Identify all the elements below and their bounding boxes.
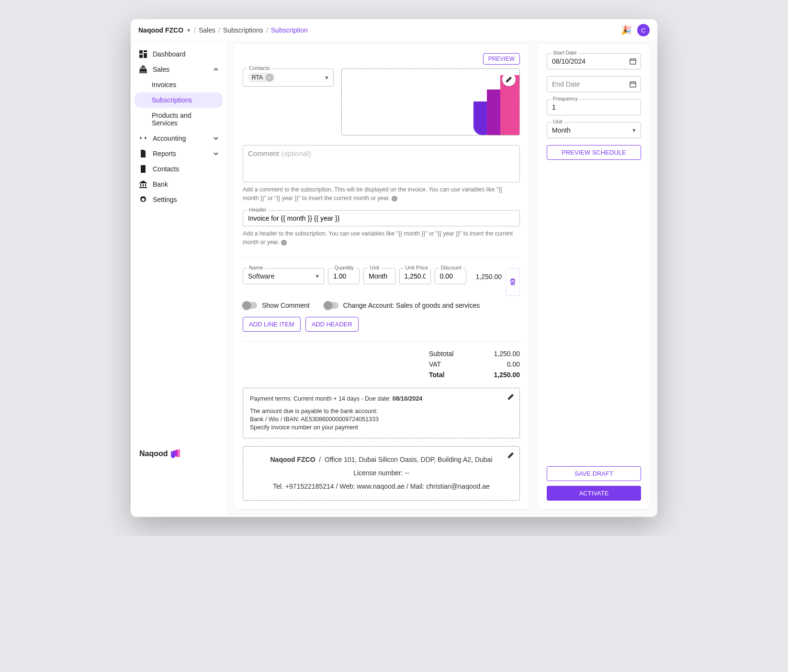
comment-help: Add a comment to the subscription. This … bbox=[243, 185, 520, 202]
sidebar-item-label: Settings bbox=[153, 196, 177, 203]
add-header-button[interactable]: Add Header bbox=[305, 317, 359, 332]
toggle-switch[interactable] bbox=[324, 302, 338, 309]
breadcrumb-item-sales[interactable]: Sales bbox=[199, 26, 215, 34]
toggle-switch[interactable] bbox=[243, 302, 257, 309]
sidebar-item-reports[interactable]: Reports bbox=[131, 146, 226, 161]
change-account-toggle[interactable]: Change Account: Sales of goods and servi… bbox=[324, 302, 480, 309]
line-name-select[interactable]: Name Software ▼ bbox=[243, 268, 324, 284]
sidebar-item-label: Bank bbox=[153, 180, 168, 188]
sidebar-item-label: Sales bbox=[153, 66, 169, 73]
pencil-icon[interactable] bbox=[502, 73, 516, 86]
sidebar-item-contacts[interactable]: Contacts bbox=[131, 161, 226, 177]
sidebar-item-label: Contacts bbox=[153, 165, 179, 173]
sidebar-item-accounting[interactable]: Accounting bbox=[131, 131, 226, 146]
brand-text: Naqood bbox=[139, 449, 168, 458]
svg-rect-5 bbox=[630, 82, 636, 87]
remove-chip-icon[interactable]: ✕ bbox=[266, 74, 273, 81]
sidebar-item-label: Invoices bbox=[152, 81, 176, 89]
svg-rect-4 bbox=[630, 59, 636, 64]
contacts-label: Contacts bbox=[247, 65, 271, 71]
pencil-icon[interactable] bbox=[507, 451, 515, 459]
svg-rect-0 bbox=[139, 50, 143, 54]
sidebar-item-products[interactable]: Products and Services bbox=[131, 108, 226, 131]
calendar-icon[interactable] bbox=[629, 57, 637, 65]
avatar[interactable]: C bbox=[637, 24, 650, 36]
totals: Subtotal1,250.00 VAT0.00 Total1,250.00 bbox=[243, 341, 520, 380]
sidebar-item-dashboard[interactable]: Dashboard bbox=[131, 46, 226, 62]
document-icon bbox=[138, 150, 148, 157]
start-date-input[interactable]: Start Date 08/10/2024 bbox=[547, 53, 641, 69]
pencil-icon[interactable] bbox=[507, 393, 515, 401]
sidebar-item-label: Dashboard bbox=[153, 50, 186, 58]
cash-register-icon bbox=[138, 66, 148, 73]
sidebar-item-label: Products and Services bbox=[152, 112, 219, 127]
chevron-down-icon: ▼ bbox=[631, 127, 637, 133]
chevron-up-icon bbox=[213, 67, 219, 72]
svg-rect-3 bbox=[139, 55, 143, 58]
preview-schedule-button[interactable]: Preview Schedule bbox=[547, 145, 641, 160]
sidebar-item-sales[interactable]: Sales bbox=[131, 62, 226, 77]
brand: Naqood bbox=[131, 440, 226, 468]
header-help: Add a header to the subscription. You ca… bbox=[243, 229, 520, 246]
line-price-input[interactable]: Unit Price bbox=[399, 268, 431, 284]
sidebar-item-subscriptions[interactable]: Subscriptions bbox=[135, 92, 223, 108]
topbar: Naqood FZCO ▼ / Sales / Subscriptions / … bbox=[131, 19, 657, 42]
person-icon bbox=[138, 165, 148, 173]
sidebar-item-label: Reports bbox=[153, 150, 176, 157]
sidebar-item-bank[interactable]: Bank bbox=[131, 177, 226, 192]
sidebar: Dashboard Sales Invoices Subscriptions P… bbox=[131, 42, 226, 468]
svg-rect-1 bbox=[144, 50, 147, 52]
info-icon[interactable]: i bbox=[281, 240, 287, 246]
header-input-field[interactable] bbox=[248, 214, 515, 222]
chevron-down-icon: ▼ bbox=[315, 273, 320, 279]
scale-icon bbox=[138, 134, 148, 142]
chevron-down-icon[interactable]: ▼ bbox=[186, 28, 191, 33]
dashboard-icon bbox=[138, 50, 148, 58]
contacts-select[interactable]: Contacts RTA ✕ ▼ bbox=[243, 68, 334, 87]
header-input[interactable]: Header bbox=[243, 210, 520, 226]
calendar-icon[interactable] bbox=[629, 80, 637, 88]
logo-upload-zone[interactable] bbox=[341, 68, 520, 135]
payment-terms-box[interactable]: Payment terms: Current month + 14 days -… bbox=[243, 388, 520, 438]
breadcrumb-item-subscriptions[interactable]: Subscriptions bbox=[223, 26, 263, 34]
contact-chip[interactable]: RTA ✕ bbox=[248, 73, 275, 82]
comment-textarea[interactable]: Comment (optional) bbox=[243, 145, 520, 182]
chevron-down-icon bbox=[213, 135, 219, 141]
delete-line-button[interactable] bbox=[506, 268, 520, 296]
frequency-input[interactable]: Frequency bbox=[547, 99, 641, 115]
info-icon[interactable]: i bbox=[392, 196, 397, 202]
show-comment-toggle[interactable]: Show Comment bbox=[243, 302, 310, 309]
chevron-down-icon bbox=[213, 151, 219, 157]
line-quantity-input[interactable]: Quantity bbox=[328, 268, 360, 284]
gear-icon bbox=[138, 196, 148, 203]
line-discount-input[interactable]: Discount bbox=[435, 268, 466, 284]
brand-logo-icon bbox=[171, 449, 180, 458]
bank-icon bbox=[138, 180, 148, 188]
breadcrumb-item-current: Subscription bbox=[271, 26, 308, 34]
company-footer-box[interactable]: Naqood FZCO / Office 101, Dubai Silicon … bbox=[243, 446, 520, 501]
unit-select[interactable]: Unit Month ▼ bbox=[547, 122, 641, 138]
save-draft-button[interactable]: Save Draft bbox=[547, 466, 641, 481]
trash-icon bbox=[509, 278, 517, 286]
celebration-icon[interactable]: 🎉 bbox=[621, 25, 631, 35]
preview-button[interactable]: Preview bbox=[483, 53, 520, 65]
line-total: 1,250.00 bbox=[470, 268, 502, 280]
subscription-form: Preview Contacts RTA ✕ ▼ bbox=[234, 45, 529, 509]
svg-rect-2 bbox=[144, 53, 147, 58]
org-name[interactable]: Naqood FZCO bbox=[138, 26, 183, 34]
breadcrumb: Naqood FZCO ▼ / Sales / Subscriptions / … bbox=[138, 26, 308, 34]
activate-button[interactable]: Activate bbox=[547, 486, 641, 501]
app-window: Naqood FZCO ▼ / Sales / Subscriptions / … bbox=[131, 19, 657, 517]
sidebar-item-settings[interactable]: Settings bbox=[131, 192, 226, 207]
line-unit-input[interactable]: Unit bbox=[363, 268, 395, 284]
end-date-input[interactable]: End Date bbox=[547, 76, 641, 92]
schedule-panel: Start Date 08/10/2024 End Date Frequency bbox=[538, 45, 650, 509]
sidebar-item-label: Subscriptions bbox=[152, 96, 192, 104]
sidebar-item-label: Accounting bbox=[153, 134, 186, 142]
add-line-item-button[interactable]: Add Line Item bbox=[243, 317, 301, 332]
sidebar-item-invoices[interactable]: Invoices bbox=[131, 77, 226, 92]
chevron-down-icon: ▼ bbox=[324, 75, 329, 80]
